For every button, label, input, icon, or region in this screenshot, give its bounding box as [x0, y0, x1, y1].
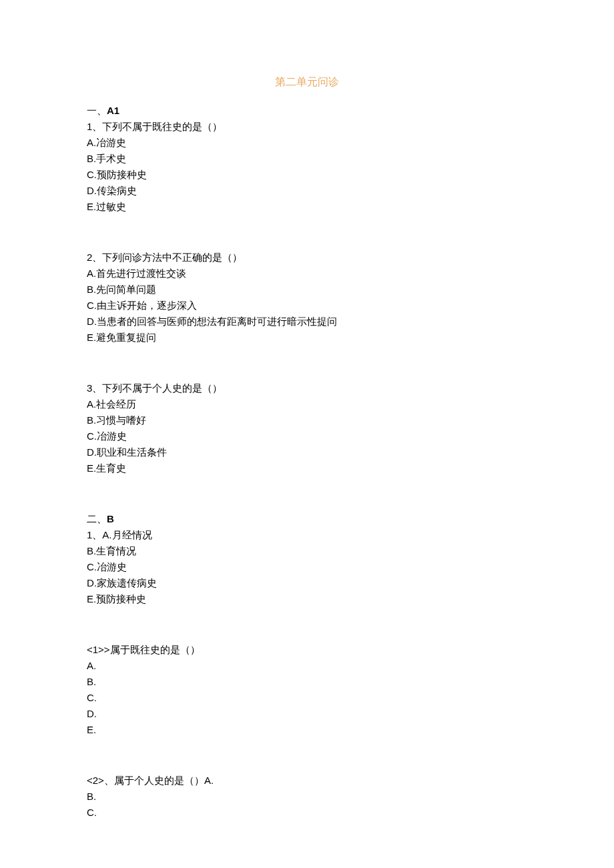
sub2-prefix: <2>、	[87, 775, 114, 786]
option-text: 月经情况	[112, 529, 152, 540]
question-stem: 3、下列不属于个人史的是（）	[87, 380, 527, 396]
option-text: 生育情况	[96, 545, 136, 556]
option-letter: B.	[87, 414, 96, 426]
shared-option-a: 1、A.月经情况	[87, 527, 527, 543]
option-text: 先问简单问题	[96, 284, 156, 295]
option-letter: A.	[87, 660, 96, 671]
option-text: 社会经历	[96, 398, 136, 410]
option-text: 过敏史	[96, 201, 126, 212]
shared-option-c: C.冶游史	[87, 559, 527, 575]
option-text: 冶游史	[97, 561, 127, 572]
option-text: 传染病史	[97, 185, 137, 196]
option-c: C.冶游史	[87, 428, 527, 444]
option-letter: C.	[87, 561, 97, 572]
shared-number: 1、	[87, 529, 102, 540]
option-letter: E.	[87, 593, 96, 604]
option-letter: D.	[87, 446, 97, 458]
sub2-inline-a: A.	[204, 775, 214, 786]
section-b-header: 二、B	[87, 511, 527, 527]
option-letter: C.	[87, 430, 97, 442]
sub2-stem: <2>、属于个人史的是（）A.	[87, 773, 527, 789]
question-stem: 2、下列问诊方法中不正确的是（）	[87, 250, 527, 266]
option-letter: C.	[87, 807, 97, 818]
option-letter: A.	[87, 137, 96, 148]
sub2-text: 属于个人史的是（）	[114, 775, 204, 786]
shared-option-b: B.生育情况	[87, 543, 527, 559]
section-b-prefix: 二、	[87, 513, 107, 524]
sub1-option-e: E.	[87, 722, 527, 738]
question-b-sub1: <1>>属于既往史的是（） A. B. C. D. E.	[87, 642, 527, 738]
option-a: A.首先进行过渡性交谈	[87, 266, 527, 282]
question-b-sub2: <2>、属于个人史的是（）A. B. C.	[87, 773, 527, 821]
sub1-option-b: B.	[87, 674, 527, 690]
option-letter: D.	[87, 185, 97, 196]
option-a: A.社会经历	[87, 396, 527, 412]
option-text: 手术史	[96, 153, 126, 164]
section-a-label: A1	[107, 105, 119, 116]
sub1-text: 属于既往史的是（）	[110, 644, 200, 655]
option-text: 冶游史	[97, 430, 127, 442]
sub1-option-a: A.	[87, 658, 527, 674]
section-a-prefix: 一、	[87, 105, 107, 116]
option-b: B.先问简单问题	[87, 282, 527, 298]
option-letter: E.	[87, 724, 96, 735]
option-letter: D.	[87, 577, 97, 588]
question-number: 3、	[87, 382, 102, 394]
option-text: 预防接种史	[96, 593, 146, 604]
question-a1-3: 3、下列不属于个人史的是（） A.社会经历 B.习惯与嗜好 C.冶游史 D.职业…	[87, 380, 527, 476]
option-letter: B.	[87, 153, 96, 164]
option-d: D.传染病史	[87, 183, 527, 199]
option-b: B.手术史	[87, 151, 527, 167]
option-text: 职业和生活条件	[97, 446, 167, 458]
option-c: C.由主诉开始，逐步深入	[87, 298, 527, 314]
sub2-option-c: C.	[87, 805, 527, 821]
option-letter: C.	[87, 300, 97, 311]
sub2-option-b: B.	[87, 789, 527, 805]
sub1-option-d: D.	[87, 706, 527, 722]
option-letter: E.	[87, 332, 96, 343]
question-a1-1: 1、下列不属于既往史的是（） A.冶游史 B.手术史 C.预防接种史 D.传染病…	[87, 119, 527, 215]
sub1-option-c: C.	[87, 690, 527, 706]
option-b: B.习惯与嗜好	[87, 412, 527, 428]
option-letter: D.	[87, 708, 97, 719]
question-text: 下列不属于既往史的是（）	[102, 121, 222, 132]
option-letter: E.	[87, 201, 96, 212]
option-d: D.当患者的回答与医师的想法有距离时可进行暗示性提问	[87, 314, 527, 330]
question-b-shared: 1、A.月经情况 B.生育情况 C.冶游史 D.家族遗传病史 E.预防接种史	[87, 527, 527, 607]
option-letter: D.	[87, 316, 97, 327]
question-number: 1、	[87, 121, 102, 132]
section-b-label: B	[107, 513, 114, 524]
option-text: 家族遗传病史	[97, 577, 157, 588]
section-a-header: 一、A1	[87, 103, 527, 119]
option-letter: C.	[87, 169, 97, 180]
option-text: 冶游史	[96, 137, 126, 148]
sub1-prefix: <1>>	[87, 644, 110, 655]
option-text: 由主诉开始，逐步深入	[97, 300, 197, 311]
option-letter: A.	[102, 529, 111, 540]
option-text: 预防接种史	[97, 169, 147, 180]
option-letter: B.	[87, 676, 96, 687]
option-text: 习惯与嗜好	[96, 414, 146, 426]
option-e: E.生育史	[87, 460, 527, 476]
question-text: 下列问诊方法中不正确的是（）	[102, 252, 242, 263]
shared-option-d: D.家族遗传病史	[87, 575, 527, 591]
option-letter: B.	[87, 545, 96, 556]
question-number: 2、	[87, 252, 102, 263]
option-text: 首先进行过渡性交谈	[96, 268, 186, 279]
option-e: E.避免重复提问	[87, 330, 527, 346]
sub1-stem: <1>>属于既往史的是（）	[87, 642, 527, 658]
option-text: 生育史	[96, 462, 126, 474]
option-text: 避免重复提问	[96, 332, 156, 343]
question-text: 下列不属于个人史的是（）	[102, 382, 222, 394]
question-a1-2: 2、下列问诊方法中不正确的是（） A.首先进行过渡性交谈 B.先问简单问题 C.…	[87, 250, 527, 346]
option-e: E.过敏史	[87, 199, 527, 215]
option-letter: E.	[87, 462, 96, 474]
option-letter: C.	[87, 692, 97, 703]
document-title: 第二单元问诊	[87, 73, 527, 91]
option-letter: A.	[87, 398, 96, 410]
option-letter: A.	[87, 268, 96, 279]
option-letter: B.	[87, 284, 96, 295]
option-a: A.冶游史	[87, 135, 527, 151]
option-text: 当患者的回答与医师的想法有距离时可进行暗示性提问	[97, 316, 337, 327]
question-stem: 1、下列不属于既往史的是（）	[87, 119, 527, 135]
